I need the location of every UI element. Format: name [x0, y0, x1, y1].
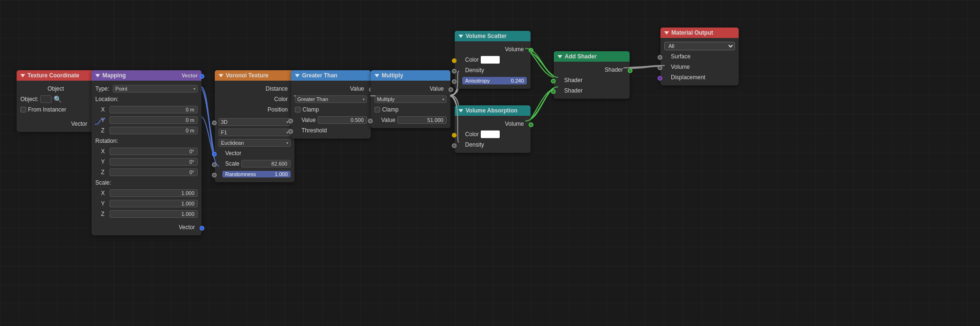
f1-dropdown[interactable]: F1 ▾	[219, 129, 291, 136]
va-color-swatch[interactable]	[481, 130, 500, 138]
voronoi-randomness-row: Randomness 1.000	[215, 169, 294, 179]
vs-density-input-socket[interactable]	[452, 69, 457, 74]
as-shader2-row: Shader	[554, 85, 630, 96]
metric-dropdown[interactable]: Euclidean ▾	[219, 139, 291, 147]
as-shader-output-socket[interactable]	[628, 68, 632, 73]
mo-displacement-input-socket[interactable]	[658, 76, 662, 81]
mul-value-output-label: Value	[430, 85, 444, 92]
scale-x-row: X 1.000	[92, 188, 201, 198]
collapse-arrow-icon	[458, 109, 463, 112]
as-shader-output-label: Shader	[604, 66, 623, 73]
voronoi-vector-row: Vector	[215, 148, 294, 158]
vs-density-label: Density	[465, 67, 484, 74]
greater-than-header[interactable]: Greater Than	[291, 70, 371, 81]
rot-x-row: X 0°	[92, 146, 201, 157]
loc-x-field[interactable]: 0 m	[110, 106, 198, 113]
distance-label: Distance	[266, 85, 288, 92]
collapse-arrow-icon	[558, 55, 562, 58]
mo-surface-input-socket[interactable]	[658, 55, 662, 60]
mul-value-output-socket[interactable]	[449, 87, 453, 92]
mul-value-field[interactable]: 51.000	[397, 116, 447, 124]
gt-value-input-socket[interactable]	[288, 119, 293, 123]
vs-color-swatch[interactable]	[481, 56, 500, 64]
mo-all-dropdown[interactable]: All	[664, 42, 735, 50]
add-shader-header[interactable]: Add Shader	[554, 51, 630, 62]
multiply-header[interactable]: Multiply	[371, 70, 450, 81]
volume-absorption-header[interactable]: Volume Absorption	[455, 105, 531, 116]
metric-value: Euclidean	[221, 140, 244, 146]
mapping-vector-input-socket[interactable]	[200, 74, 204, 79]
greater-than-node: Greater Than Value Greater Than ▾ Clamp …	[291, 70, 371, 139]
voronoi-scale-input-socket[interactable]	[212, 162, 217, 167]
mapping-title: Mapping	[102, 72, 126, 79]
randomness-label: Randomness	[225, 171, 256, 177]
loc-y-field[interactable]: 0 m	[110, 116, 198, 124]
mul-value-field-label: Value	[381, 117, 395, 123]
dropdown-arrow-icon: ▾	[442, 97, 444, 102]
vs-color-row: Color	[455, 55, 531, 65]
vs-volume-output-row: Volume	[455, 44, 531, 55]
vs-color-input-socket[interactable]	[452, 58, 457, 63]
mul-value-input-socket[interactable]	[368, 119, 373, 123]
gt-clamp-checkbox[interactable]	[295, 107, 301, 112]
dim-input-socket[interactable]	[212, 121, 217, 125]
volume-absorption-node: Volume Absorption Volume Color Density	[455, 105, 531, 153]
gt-value-input-row: Value 0.500	[291, 115, 371, 125]
va-color-row: Color	[455, 129, 531, 140]
va-volume-output-socket[interactable]	[529, 122, 533, 127]
mapping-vector-output-socket[interactable]	[200, 226, 204, 231]
object-icon[interactable]	[40, 95, 52, 103]
va-density-input-socket[interactable]	[452, 143, 457, 148]
voronoi-texture-node: Voronoi Texture Distance Color Position …	[215, 70, 294, 182]
object-picker-icon[interactable]: 🔍	[54, 95, 62, 103]
mo-volume-input-socket[interactable]	[658, 65, 662, 70]
as-shader1-row: Shader	[554, 75, 630, 85]
collapse-arrow-icon	[664, 31, 669, 35]
from-instancer-label: From Instancer	[28, 106, 66, 113]
voronoi-header[interactable]: Voronoi Texture	[215, 70, 294, 81]
voronoi-scale-field[interactable]: 82.600	[241, 160, 291, 168]
rot-y-field[interactable]: 0°	[110, 158, 198, 166]
gt-value-field-label: Value	[302, 117, 316, 123]
voronoi-randomness-input-socket[interactable]	[212, 173, 217, 177]
loc-z-label: Z	[101, 127, 108, 134]
mul-clamp-label: Clamp	[382, 106, 399, 113]
mapping-header[interactable]: Mapping Vector	[92, 70, 201, 81]
rot-z-field[interactable]: 0°	[110, 168, 198, 176]
texture-coordinate-header[interactable]: Texture Coordinate	[17, 70, 95, 81]
dimension-dropdown[interactable]: 3D ▾	[219, 118, 291, 126]
dim-value: 3D	[221, 119, 228, 125]
volume-scatter-header[interactable]: Volume Scatter	[455, 31, 531, 41]
scale-x-field[interactable]: 1.000	[110, 189, 198, 197]
collapse-arrow-icon	[295, 74, 300, 77]
mo-volume-row: Volume	[660, 62, 739, 72]
multiply-title: Multiply	[382, 72, 403, 79]
mul-clamp-checkbox[interactable]	[375, 107, 380, 112]
rot-x-field[interactable]: 0°	[110, 148, 198, 155]
voronoi-randomness-field[interactable]: Randomness 1.000	[222, 171, 291, 177]
scale-z-field[interactable]: 1.000	[110, 210, 198, 218]
gt-operation-dropdown[interactable]: Greater Than ▾	[295, 95, 367, 103]
vs-anisotropy-field[interactable]: Anisotropy 0.240	[462, 77, 527, 84]
vs-density-row: Density	[455, 65, 531, 75]
gt-value-field[interactable]: 0.500	[318, 116, 367, 124]
scale-z-label: Z	[101, 211, 108, 217]
scale-y-field[interactable]: 1.000	[110, 200, 198, 207]
va-color-input-socket[interactable]	[452, 133, 457, 138]
material-output-header[interactable]: Material Output	[660, 28, 739, 38]
type-dropdown[interactable]: Point ▾	[113, 85, 198, 93]
as-shader2-label: Shader	[564, 87, 583, 94]
from-instancer-checkbox[interactable]	[20, 107, 26, 112]
voronoi-vector-input-socket[interactable]	[212, 152, 217, 157]
va-volume-output-label: Volume	[505, 121, 524, 127]
as-shader2-input-socket[interactable]	[551, 89, 556, 94]
mul-operation-dropdown[interactable]: Multiply ▾	[375, 95, 447, 103]
vs-volume-output-socket[interactable]	[529, 48, 533, 53]
vs-anisotropy-input-socket[interactable]	[452, 79, 457, 84]
as-shader1-input-socket[interactable]	[551, 79, 556, 84]
randomness-value: 1.000	[275, 171, 288, 177]
loc-z-field[interactable]: 0 m	[110, 127, 198, 134]
gt-threshold-input-socket[interactable]	[288, 129, 293, 134]
mul-value-output-row: Value	[371, 84, 450, 94]
rot-z-row: Z 0°	[92, 167, 201, 177]
